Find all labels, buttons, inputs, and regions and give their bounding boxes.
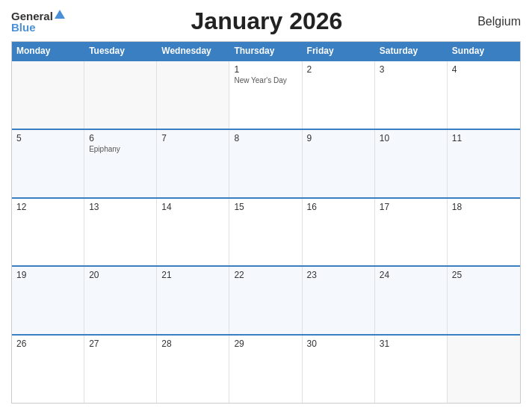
- day-header-wednesday: Wednesday: [157, 42, 229, 60]
- logo: General Blue: [11, 10, 65, 33]
- day-number: 19: [16, 270, 79, 280]
- day-number: 5: [16, 133, 79, 143]
- day-cell: 15: [229, 199, 302, 266]
- day-number: 20: [89, 270, 152, 280]
- logo-general-text: General: [11, 10, 53, 22]
- day-number: 21: [161, 270, 224, 280]
- day-number: 6: [89, 133, 152, 143]
- day-cell: [448, 336, 520, 403]
- day-header-friday: Friday: [303, 42, 375, 60]
- day-cell: 16: [303, 199, 375, 266]
- logo-triangle-icon: [55, 10, 65, 19]
- day-number: 7: [161, 133, 224, 143]
- day-header-monday: Monday: [12, 42, 84, 60]
- day-cell: 4: [448, 61, 520, 129]
- day-cell: 6Epiphany: [84, 130, 157, 197]
- day-cell: 30: [303, 336, 375, 403]
- day-event: New Year's Day: [234, 76, 297, 84]
- day-number: 16: [307, 202, 370, 212]
- day-cell: 13: [84, 199, 157, 266]
- day-number: 12: [16, 202, 79, 212]
- week-row-3: 12131415161718: [12, 197, 520, 266]
- week-row-2: 56Epiphany7891011: [12, 129, 520, 197]
- day-header-sunday: Sunday: [448, 42, 520, 60]
- day-number: 3: [380, 64, 442, 75]
- day-cell: [12, 61, 84, 129]
- day-number: 24: [380, 270, 442, 280]
- day-number: 17: [380, 202, 442, 212]
- day-cell: 19: [12, 267, 84, 334]
- day-number: 28: [161, 339, 224, 349]
- day-number: 26: [16, 339, 79, 349]
- day-cell: 25: [448, 267, 520, 334]
- day-cell: 31: [375, 336, 448, 403]
- calendar-country: Belgium: [468, 15, 521, 28]
- day-cell: 27: [84, 336, 157, 403]
- day-number: 9: [307, 133, 370, 143]
- day-number: 13: [89, 202, 152, 212]
- day-cell: 14: [157, 199, 229, 266]
- logo-blue-text: Blue: [11, 22, 36, 33]
- day-cell: 3: [375, 61, 448, 129]
- day-number: 2: [307, 64, 370, 75]
- day-number: 23: [307, 270, 370, 280]
- day-number: 11: [452, 133, 516, 143]
- day-header-saturday: Saturday: [375, 42, 448, 60]
- weeks-container: 1New Year's Day23456Epiphany789101112131…: [12, 60, 520, 403]
- day-number: 1: [234, 64, 297, 75]
- day-cell: 18: [448, 199, 520, 266]
- day-number: 31: [380, 339, 442, 349]
- day-event: Epiphany: [89, 145, 152, 153]
- day-number: 30: [307, 339, 370, 349]
- calendar-header: General Blue January 2026 Belgium: [11, 7, 521, 35]
- day-cell: 28: [157, 336, 229, 403]
- week-row-1: 1New Year's Day234: [12, 60, 520, 129]
- day-cell: 7: [157, 130, 229, 197]
- day-cell: 23: [303, 267, 375, 334]
- day-headers-row: MondayTuesdayWednesdayThursdayFridaySatu…: [12, 42, 520, 60]
- day-cell: 9: [303, 130, 375, 197]
- day-number: 25: [452, 270, 516, 280]
- day-cell: 2: [303, 61, 375, 129]
- day-cell: 20: [84, 267, 157, 334]
- day-cell: 10: [375, 130, 448, 197]
- day-number: 14: [161, 202, 224, 212]
- day-number: 10: [380, 133, 442, 143]
- day-header-tuesday: Tuesday: [84, 42, 157, 60]
- day-number: 27: [89, 339, 152, 349]
- calendar-title: January 2026: [65, 7, 468, 35]
- day-cell: 17: [375, 199, 448, 266]
- day-number: 4: [452, 64, 516, 75]
- day-cell: 5: [12, 130, 84, 197]
- day-number: 29: [234, 339, 297, 349]
- day-cell: 24: [375, 267, 448, 334]
- day-cell: 11: [448, 130, 520, 197]
- calendar-grid: MondayTuesdayWednesdayThursdayFridaySatu…: [11, 41, 521, 404]
- day-number: 18: [452, 202, 516, 212]
- day-cell: 22: [229, 267, 302, 334]
- day-cell: 12: [12, 199, 84, 266]
- day-number: 15: [234, 202, 297, 212]
- day-cell: 21: [157, 267, 229, 334]
- day-number: 8: [234, 133, 297, 143]
- day-cell: [84, 61, 157, 129]
- day-number: 22: [234, 270, 297, 280]
- day-cell: [157, 61, 229, 129]
- week-row-4: 19202122232425: [12, 265, 520, 334]
- day-header-thursday: Thursday: [229, 42, 302, 60]
- day-cell: 29: [229, 336, 302, 403]
- day-cell: 8: [229, 130, 302, 197]
- day-cell: 26: [12, 336, 84, 403]
- day-cell: 1New Year's Day: [229, 61, 302, 129]
- week-row-5: 262728293031: [12, 334, 520, 403]
- calendar-container: General Blue January 2026 Belgium Monday…: [0, 0, 532, 411]
